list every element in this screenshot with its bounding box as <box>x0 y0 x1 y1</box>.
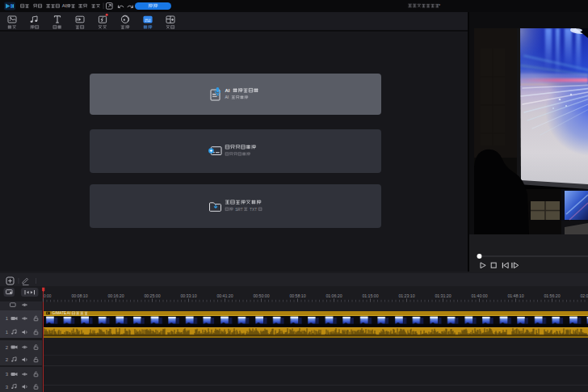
svg-text:00:41:20: 00:41:20 <box>216 293 233 298</box>
svg-text:00:58:10: 00:58:10 <box>289 293 305 298</box>
svg-text:GIMATE: GIMATE <box>52 311 67 315</box>
svg-text:SRT: SRT <box>235 208 243 212</box>
svg-text:*: * <box>439 3 441 8</box>
svg-text:AI: AI <box>225 95 229 99</box>
svg-text:AI: AI <box>225 88 230 93</box>
svg-text:01:23:10: 01:23:10 <box>398 293 414 298</box>
svg-text:01:15:00: 01:15:00 <box>362 293 378 298</box>
svg-text:01:06:20: 01:06:20 <box>326 293 342 298</box>
svg-text:01:31:20: 01:31:20 <box>435 293 451 298</box>
svg-text:00:16:20: 00:16:20 <box>107 293 124 298</box>
svg-text:AI: AI <box>67 311 70 315</box>
svg-text:AI: AI <box>62 3 67 8</box>
svg-text:02:05:00: 02:05:00 <box>580 293 588 298</box>
svg-text:TXT: TXT <box>250 208 257 212</box>
svg-text:3: 3 <box>6 372 9 377</box>
svg-text:1: 1 <box>6 330 9 335</box>
svg-text:00:33:10: 00:33:10 <box>180 293 196 298</box>
svg-text:2: 2 <box>6 357 9 362</box>
svg-text:1: 1 <box>6 316 9 321</box>
svg-text:00:50:00: 00:50:00 <box>253 293 269 298</box>
svg-text:3: 3 <box>6 385 9 390</box>
svg-text:00:08:10: 00:08:10 <box>71 293 87 298</box>
svg-text:01:48:10: 01:48:10 <box>507 293 523 298</box>
svg-text:2: 2 <box>6 345 9 350</box>
svg-text:01:56:20: 01:56:20 <box>544 293 560 298</box>
svg-text:01:40:00: 01:40:00 <box>471 293 487 298</box>
svg-text:00:25:00: 00:25:00 <box>144 293 160 298</box>
svg-text:0:00: 0:00 <box>44 294 52 298</box>
